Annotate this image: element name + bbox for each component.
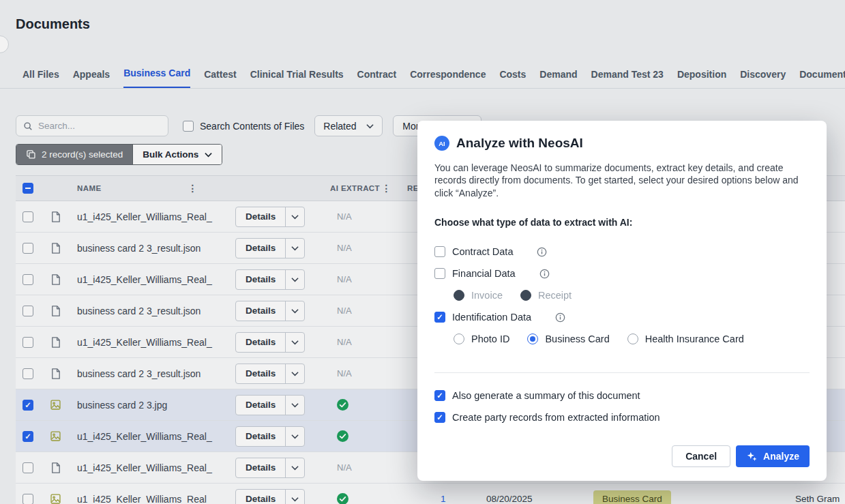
modal-title: Analyze with NeosAI xyxy=(456,136,583,151)
analyze-button[interactable]: Analyze xyxy=(736,445,810,467)
choose-data-label: Choose what type of data to extract with… xyxy=(434,217,810,228)
invoice-label: Invoice xyxy=(471,290,503,301)
generate-summary-checkbox[interactable] xyxy=(434,390,445,401)
photo-id-radio[interactable] xyxy=(454,333,464,344)
receipt-label: Receipt xyxy=(538,290,572,301)
identification-data-label: Identification Data xyxy=(452,312,531,323)
business-card-radio[interactable] xyxy=(527,333,538,344)
create-party-records-checkbox[interactable] xyxy=(434,412,445,423)
analyze-button-label: Analyze xyxy=(763,451,799,462)
cancel-button[interactable]: Cancel xyxy=(672,445,730,467)
modal-description: You can leverage NeosAI to summarize doc… xyxy=(434,162,808,199)
create-party-records-label: Create party records from extracted info… xyxy=(452,412,660,423)
receipt-radio xyxy=(520,290,531,301)
generate-summary-label: Also generate a summary of this document xyxy=(452,390,640,401)
neosai-logo-icon: AI xyxy=(434,136,449,151)
contract-info-icon[interactable] xyxy=(537,247,547,257)
identification-info-icon[interactable] xyxy=(555,312,565,323)
photo-id-label: Photo ID xyxy=(471,333,509,344)
identification-data-checkbox[interactable] xyxy=(434,312,445,323)
invoice-radio xyxy=(454,290,464,301)
analyze-modal: AI Analyze with NeosAI You can leverage … xyxy=(417,121,827,481)
business-card-label: Business Card xyxy=(545,333,609,344)
financial-data-checkbox[interactable] xyxy=(434,268,445,279)
contract-data-label: Contract Data xyxy=(452,246,513,257)
health-insurance-card-radio[interactable] xyxy=(627,333,638,344)
contract-data-checkbox[interactable] xyxy=(434,246,445,257)
health-insurance-card-label: Health Insurance Card xyxy=(645,333,744,344)
financial-info-icon[interactable] xyxy=(539,269,550,279)
sparkle-icon xyxy=(746,451,758,462)
divider xyxy=(434,372,810,373)
financial-data-label: Financial Data xyxy=(452,268,516,279)
